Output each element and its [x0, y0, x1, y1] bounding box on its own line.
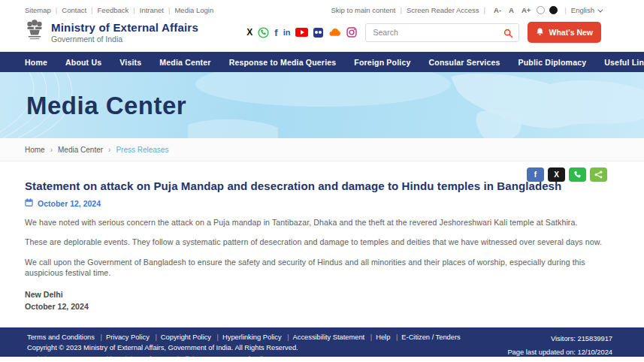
brand-text: Ministry of External Affairs Government … — [51, 21, 198, 44]
light-theme-toggle[interactable] — [537, 6, 545, 14]
nav-item-response-to-media-queries[interactable]: Response to Media Queries — [220, 58, 346, 67]
calendar-icon — [25, 198, 33, 208]
intranet-link[interactable]: Intranet — [128, 6, 164, 14]
bell-icon — [536, 27, 544, 38]
signoff-date: October 12, 2024 — [25, 301, 603, 312]
search-input[interactable] — [373, 28, 497, 37]
divider — [560, 6, 570, 14]
soundcloud-icon[interactable] — [328, 27, 341, 38]
search-icon[interactable] — [503, 29, 513, 38]
media-login-link[interactable]: Media Login — [164, 6, 213, 14]
breadcrumb: Home Media Center Press Releases — [0, 138, 644, 161]
share-whatsapp-icon[interactable] — [569, 167, 586, 182]
share-more-icon[interactable] — [590, 167, 607, 182]
footer-right: Visitors: 215839917 Page last updated on… — [507, 332, 612, 357]
social-links: X f in — [246, 27, 357, 38]
skip-to-main-link[interactable]: Skip to main content — [331, 6, 395, 14]
share-buttons: f X — [527, 167, 607, 182]
screen-reader-link[interactable]: Screen Reader Access — [395, 6, 479, 14]
divider — [479, 6, 490, 14]
dark-theme-toggle[interactable] — [549, 6, 558, 14]
visitor-count: Visitors: 215839917 — [507, 332, 612, 345]
share-x-twitter-icon[interactable]: X — [548, 167, 565, 182]
topbar-right-tools: Skip to main content Screen Reader Acces… — [331, 6, 601, 14]
terms-link[interactable]: Terms and Conditions — [27, 333, 95, 341]
youtube-icon[interactable] — [295, 28, 308, 37]
nav-item-about-us[interactable]: About Us — [56, 58, 110, 67]
site-footer: Terms and Conditions Privacy Policy Copy… — [0, 327, 644, 357]
copyright-text: Copyright © 2023 Ministry of External Af… — [27, 342, 461, 353]
footer-inner: Terms and Conditions Privacy Policy Copy… — [27, 332, 612, 357]
copyright-policy-link[interactable]: Copyright Policy — [151, 333, 211, 341]
top-utility-bar: Sitemap Contact Feedback Intranet Media … — [0, 0, 644, 17]
topbar-left-links: Sitemap Contact Feedback Intranet Media … — [25, 6, 213, 14]
main-navigation: Home About Us Visits Media Center Respon… — [0, 52, 644, 72]
x-twitter-icon[interactable]: X — [246, 27, 252, 38]
linkedin-icon[interactable]: in — [283, 27, 291, 38]
ministry-title: Ministry of External Affairs — [51, 21, 198, 34]
article-date: October 12, 2024 — [38, 199, 101, 208]
nav-item-media-center[interactable]: Media Center — [150, 58, 219, 67]
nav-item-visits[interactable]: Visits — [110, 58, 150, 67]
article-title: Statement on attack on Puja Mandap and d… — [25, 179, 581, 192]
sitemap-link[interactable]: Sitemap — [25, 6, 51, 14]
share-facebook-icon[interactable]: f — [527, 167, 544, 182]
brand-home-link[interactable]: Ministry of External Affairs Government … — [25, 19, 198, 46]
mea-website-page: Sitemap Contact Feedback Intranet Media … — [0, 0, 644, 362]
article-signoff: New Delhi October 12, 2024 — [25, 289, 603, 312]
ecitizen-tenders-link[interactable]: E-Citizen / Tenders — [392, 333, 461, 341]
footer-left: Terms and Conditions Privacy Policy Copy… — [27, 332, 461, 357]
article-date-row: October 12, 2024 — [25, 198, 603, 208]
font-decrease-button[interactable]: A- — [494, 6, 501, 14]
managed-by-text: Website content managed by Ministry of E… — [27, 354, 461, 357]
nav-item-useful-links[interactable]: Useful Links — [595, 58, 644, 67]
signoff-place: New Delhi — [25, 289, 603, 300]
font-increase-button[interactable]: A+ — [522, 6, 531, 14]
accessibility-statement-link[interactable]: Accessibility Statement — [283, 333, 364, 341]
nav-item-consular-services[interactable]: Consular Services — [420, 58, 509, 67]
whats-new-button[interactable]: What's New — [528, 22, 601, 43]
last-updated-text: Page last updated on: 12/10/2024 — [507, 345, 612, 357]
nav-item-home[interactable]: Home — [16, 58, 56, 67]
article-paragraph: These are deplorable events. They follow… — [25, 237, 603, 247]
whats-new-label: What's New — [549, 28, 593, 37]
ministry-subtitle: Government of India — [51, 35, 198, 44]
nav-item-public-diplomacy[interactable]: Public Diplomacy — [509, 58, 596, 67]
instagram-icon[interactable] — [346, 27, 357, 38]
language-selector[interactable]: English — [571, 6, 601, 14]
chevron-down-icon — [597, 8, 603, 13]
footer-links: Terms and Conditions Privacy Policy Copy… — [27, 332, 461, 342]
language-label: English — [571, 6, 594, 14]
breadcrumb-media-center[interactable]: Media Center — [58, 146, 116, 154]
header-right-tools: X f in — [246, 22, 601, 43]
facebook-icon[interactable]: f — [274, 27, 277, 38]
font-default-button[interactable]: A — [509, 6, 514, 14]
privacy-policy-link[interactable]: Privacy Policy — [97, 333, 150, 341]
page-title: Media Center — [26, 92, 186, 120]
search-box — [365, 23, 519, 42]
help-link[interactable]: Help — [367, 333, 391, 341]
breadcrumb-home[interactable]: Home — [25, 146, 58, 154]
contact-link[interactable]: Contact — [51, 6, 86, 14]
nav-item-foreign-policy[interactable]: Foreign Policy — [345, 58, 419, 67]
page-banner: Media Center — [0, 72, 644, 138]
ashoka-emblem-icon — [25, 19, 44, 46]
press-release-article: f X Statement on attack on Puja Mandap a… — [0, 161, 644, 348]
flickr-icon[interactable] — [313, 28, 323, 38]
site-header: Ministry of External Affairs Government … — [0, 17, 644, 52]
article-paragraph: We have noted with serious concern the a… — [25, 217, 603, 228]
feedback-link[interactable]: Feedback — [86, 6, 128, 14]
article-paragraph: We call upon the Government of Banglades… — [25, 257, 603, 279]
hyperlinking-policy-link[interactable]: Hyperlinking Policy — [213, 333, 282, 341]
whatsapp-icon[interactable] — [258, 27, 269, 38]
breadcrumb-press-releases[interactable]: Press Releases — [116, 146, 168, 154]
